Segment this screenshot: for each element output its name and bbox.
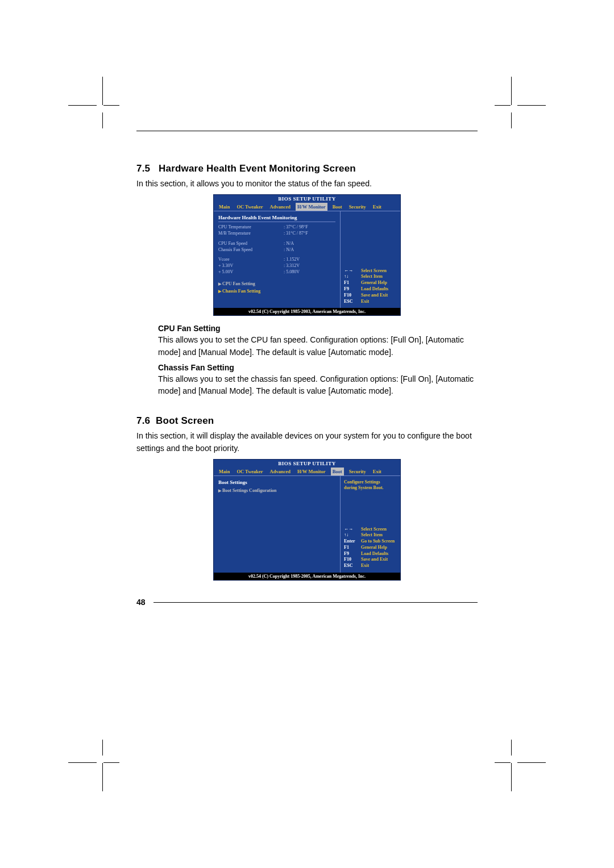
tab-main[interactable]: Main: [217, 203, 231, 211]
desc: Select Screen: [361, 527, 387, 533]
row-5v: + 5.00V : 5.080V: [218, 269, 335, 275]
value: : 1.152V: [284, 256, 335, 262]
crop-mark-br: [495, 737, 546, 788]
desc: General Help: [361, 545, 387, 551]
bios-tabs: Main OC Tweaker Advanced H/W Monitor Boo…: [214, 203, 400, 211]
bios-right-panel: Configure Settings during System Boot. ←…: [341, 476, 400, 573]
desc: Exit: [361, 563, 369, 569]
help-keys: ←→Select Screen ↑↓Select Item EnterGo to…: [344, 527, 397, 570]
key: ↑↓: [344, 274, 359, 280]
triangle-icon: ▶: [218, 489, 221, 493]
link-label: Chassis Fan Setting: [222, 289, 260, 294]
row-3-3v: + 3.30V : 3.312V: [218, 262, 335, 269]
tab-security[interactable]: Security: [347, 468, 368, 475]
bios-panel-title: Boot Settings: [218, 479, 335, 486]
section-title: Hardware Health Event Monitoring Screen: [159, 163, 356, 174]
key: F10: [344, 557, 359, 563]
footer-rule: [154, 602, 478, 603]
desc: Save and Exit: [361, 557, 388, 563]
link-label: CPU Fan Setting: [222, 281, 255, 286]
section-number: 7.5: [136, 163, 150, 174]
page-footer: 48: [136, 598, 478, 607]
key: F9: [344, 286, 359, 293]
tab-advanced[interactable]: Advanced: [268, 203, 292, 211]
cpu-fan-setting-body: This allows you to set the CPU fan speed…: [136, 334, 478, 358]
label: Vcore: [218, 256, 284, 262]
chassis-fan-setting-heading: Chassis Fan Setting: [158, 363, 478, 372]
desc: General Help: [361, 280, 387, 286]
row-chassis-fan-speed: Chassis Fan Speed : N/A: [218, 247, 335, 253]
key: ←→: [344, 268, 359, 274]
tab-oc-tweaker[interactable]: OC Tweaker: [235, 468, 264, 475]
top-rule: [136, 131, 478, 131]
value: : 5.080V: [284, 269, 335, 275]
tab-main[interactable]: Main: [217, 468, 231, 475]
section-title: Boot Screen: [156, 415, 214, 426]
key: Enter: [344, 539, 359, 545]
page-number: 48: [136, 598, 146, 607]
label: CPU Fan Speed: [218, 240, 284, 247]
label: + 3.30V: [218, 262, 284, 269]
bios-screenshot-hw-monitor: BIOS SETUP UTILITY Main OC Tweaker Advan…: [213, 194, 401, 316]
bios-tabs: Main OC Tweaker Advanced H/W Monitor Boo…: [214, 468, 400, 475]
bios-title: BIOS SETUP UTILITY: [214, 460, 400, 468]
label: CPU Temperature: [218, 224, 284, 230]
key: F1: [344, 280, 359, 286]
value: : 3.312V: [284, 262, 335, 269]
link-chassis-fan-setting[interactable]: ▶Chassis Fan Setting: [218, 289, 335, 294]
bios-panel-title: Hardware Health Event Monitoring: [218, 215, 335, 222]
key: ESC: [344, 299, 359, 305]
value: : 37°C / 98°F: [284, 224, 335, 230]
section-7-5-heading: 7.5 Hardware Health Event Monitoring Scr…: [136, 163, 478, 174]
link-cpu-fan-setting[interactable]: ▶CPU Fan Setting: [218, 281, 335, 286]
key: ↑↓: [344, 532, 359, 539]
bios-footer: v02.54 (C) Copyright 1985-2003, American…: [214, 308, 400, 315]
section-7-6-heading: 7.6 Boot Screen: [136, 415, 478, 427]
bios-footer: v02.54 (C) Copyright 1985-2005, American…: [214, 573, 400, 580]
key: ESC: [344, 563, 359, 569]
row-mb-temp: M/B Temperature : 31°C / 87°F: [218, 230, 335, 236]
section-number: 7.6: [136, 415, 150, 426]
triangle-icon: ▶: [218, 289, 221, 294]
page-content: 7.5 Hardware Health Event Monitoring Scr…: [136, 131, 478, 607]
tab-oc-tweaker[interactable]: OC Tweaker: [235, 203, 264, 211]
link-boot-settings-config[interactable]: ▶Boot Settings Configuration: [218, 488, 335, 493]
key: F9: [344, 551, 359, 557]
tab-security[interactable]: Security: [347, 203, 368, 211]
triangle-icon: ▶: [218, 282, 221, 286]
tab-advanced[interactable]: Advanced: [268, 468, 292, 475]
desc: Go to Sub Screen: [361, 539, 395, 545]
label: M/B Temperature: [218, 230, 284, 236]
row-vcore: Vcore : 1.152V: [218, 256, 335, 262]
tab-exit[interactable]: Exit: [371, 203, 383, 211]
help-description: Configure Settings during System Boot.: [344, 479, 397, 491]
desc: Select Item: [361, 532, 383, 539]
row-cpu-fan-speed: CPU Fan Speed : N/A: [218, 240, 335, 247]
crop-mark-tl: [68, 80, 119, 131]
tab-exit[interactable]: Exit: [371, 468, 383, 475]
desc: Save and Exit: [361, 293, 388, 299]
desc: Exit: [361, 299, 369, 305]
key: F1: [344, 545, 359, 551]
label: + 5.00V: [218, 269, 284, 275]
tab-hw-monitor[interactable]: H/W Monitor: [296, 468, 327, 475]
chassis-fan-setting-body: This allows you to set the chassis fan s…: [136, 373, 478, 398]
value: : N/A: [284, 240, 335, 247]
help-keys: ←→Select Screen ↑↓Select Item F1General …: [344, 268, 397, 305]
key: F10: [344, 293, 359, 299]
desc: Load Defaults: [361, 551, 388, 557]
tab-boot[interactable]: Boot: [331, 468, 344, 475]
bios-right-panel: ←→Select Screen ↑↓Select Item F1General …: [341, 211, 400, 308]
bios-left-panel: Boot Settings ▶Boot Settings Configurati…: [214, 476, 341, 573]
tab-boot[interactable]: Boot: [331, 203, 344, 211]
row-cpu-temp: CPU Temperature : 37°C / 98°F: [218, 224, 335, 230]
section-7-5-intro: In this section, it allows you to monito…: [136, 178, 478, 190]
tab-hw-monitor[interactable]: H/W Monitor: [296, 203, 327, 211]
desc: Select Item: [361, 274, 383, 280]
bios-title: BIOS SETUP UTILITY: [214, 195, 400, 203]
link-label: Boot Settings Configuration: [222, 488, 277, 493]
bios-screenshot-boot: BIOS SETUP UTILITY Main OC Tweaker Advan…: [213, 459, 401, 581]
key: ←→: [344, 527, 359, 533]
bios-left-panel: Hardware Health Event Monitoring CPU Tem…: [214, 211, 341, 308]
value: : N/A: [284, 247, 335, 253]
